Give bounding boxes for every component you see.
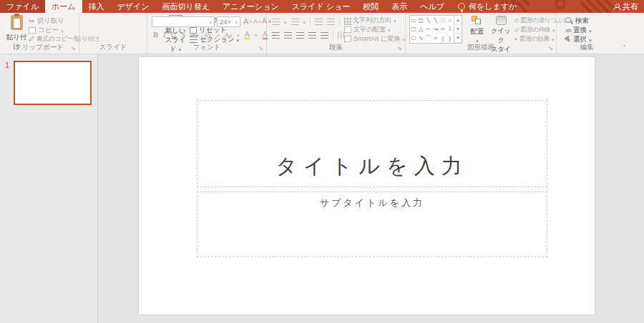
shapes-scroll-down[interactable]: ▼ bbox=[454, 25, 462, 34]
tab-animations[interactable]: アニメーション bbox=[216, 0, 286, 13]
replace-label: 置換 bbox=[573, 26, 587, 35]
shape-outline-caret bbox=[552, 26, 555, 34]
shape-down-arrow[interactable]: ⇩ bbox=[447, 25, 454, 34]
title-placeholder[interactable]: タイトルを入力 bbox=[197, 100, 547, 187]
ribbon: 貼り付け ✂ 切り取り コピー 🖉 書式のコピー/貼り付け クリップボード bbox=[0, 13, 644, 54]
character-spacing-caret bbox=[217, 31, 220, 39]
shape-left-brace[interactable]: { bbox=[439, 34, 447, 43]
font-name-combo[interactable] bbox=[152, 16, 215, 27]
clipboard-group-label: クリップボード bbox=[0, 43, 79, 52]
shape-outline-button[interactable]: ▱ 図形の枠線 bbox=[514, 26, 555, 34]
align-right-icon[interactable] bbox=[296, 32, 304, 39]
justify-icon[interactable] bbox=[308, 32, 316, 39]
tab-review[interactable]: 校閲 bbox=[356, 0, 385, 13]
decrease-indent-icon[interactable] bbox=[315, 19, 323, 25]
drawing-dialog-launcher[interactable] bbox=[548, 46, 555, 52]
numbering-icon[interactable] bbox=[291, 19, 299, 25]
tab-help[interactable]: ヘルプ bbox=[414, 0, 451, 13]
font-size-combo[interactable]: 24+ bbox=[217, 16, 240, 27]
slide-number: 1 bbox=[5, 61, 9, 69]
font-size-caret bbox=[235, 18, 238, 26]
shape-arrow-line[interactable]: ╲ bbox=[432, 16, 439, 25]
shape-curved-connector[interactable]: ↝ bbox=[432, 25, 439, 34]
tab-design[interactable]: デザイン bbox=[111, 0, 156, 13]
shapes-more-button[interactable]: ▼ bbox=[454, 34, 462, 43]
paste-button[interactable]: 貼り付け bbox=[4, 15, 29, 45]
cut-button[interactable]: ✂ 切り取り bbox=[29, 16, 64, 26]
copy-dropdown-caret[interactable] bbox=[61, 26, 64, 34]
ribbon-tab-bar: ファイル ホーム 挿入 デザイン 画面切り替え アニメーション スライド ショー… bbox=[0, 0, 524, 13]
bold-button[interactable]: B bbox=[153, 31, 158, 39]
shape-right-arrow[interactable]: ⇨ bbox=[439, 25, 447, 34]
collapse-ribbon-icon[interactable]: ⌃ bbox=[622, 44, 627, 51]
shapes-gallery[interactable]: ▭ ◫ ╲ ╲ □ ○ ▢ △ ⌐ ↝ ⇨ ⇩ ⬠ ∿ ⌒ ≈ { bbox=[409, 15, 462, 44]
font-format-row: B I U S abc AV Aa A A bbox=[153, 30, 275, 39]
share-button[interactable]: 共有 bbox=[613, 0, 638, 13]
text-direction-button[interactable]: 文字列の方向 bbox=[344, 16, 396, 25]
shape-right-brace[interactable]: } bbox=[447, 34, 454, 43]
copy-button[interactable]: コピー bbox=[29, 26, 63, 35]
align-text-button[interactable]: 文字の配置 bbox=[344, 25, 391, 34]
clipboard-dialog-launcher[interactable] bbox=[71, 46, 77, 52]
tell-me-search[interactable]: 何をしますか bbox=[451, 0, 524, 13]
shape-textbox[interactable]: ▭ bbox=[410, 16, 417, 25]
paragraph-dialog-launcher[interactable] bbox=[397, 46, 404, 52]
strikethrough-button[interactable]: abc bbox=[190, 31, 199, 39]
increase-indent-icon[interactable] bbox=[327, 19, 335, 25]
shapes-scroll-up[interactable]: ▲ bbox=[454, 16, 462, 25]
bullets-caret[interactable] bbox=[284, 18, 287, 26]
tab-slideshow[interactable]: スライド ショー bbox=[286, 0, 357, 13]
character-spacing-button[interactable]: AV bbox=[204, 31, 212, 39]
bullets-icon[interactable] bbox=[272, 19, 280, 25]
tab-transitions[interactable]: 画面切り替え bbox=[156, 0, 217, 13]
highlight-color-button[interactable]: A bbox=[244, 30, 250, 39]
slide-editing-area[interactable]: タイトルを入力 サブタイトルを入力 bbox=[139, 57, 595, 314]
italic-button[interactable]: I bbox=[163, 31, 166, 39]
shape-rectangle[interactable]: □ bbox=[439, 16, 447, 25]
shape-triangle[interactable]: △ bbox=[417, 25, 424, 34]
shape-elbow-connector[interactable]: ⌐ bbox=[424, 25, 431, 34]
font-dialog-launcher[interactable] bbox=[258, 46, 265, 52]
share-label: 共有 bbox=[623, 1, 638, 12]
find-button[interactable]: 検索 bbox=[565, 16, 589, 26]
shape-arc[interactable]: ⌒ bbox=[424, 34, 431, 43]
tab-home[interactable]: ホーム bbox=[45, 0, 82, 13]
slide-thumbnail-1[interactable] bbox=[14, 61, 92, 105]
tab-insert[interactable]: 挿入 bbox=[82, 0, 111, 13]
shape-scribble[interactable]: ∿ bbox=[417, 34, 424, 43]
highlight-caret bbox=[255, 31, 258, 39]
tab-view[interactable]: 表示 bbox=[385, 0, 414, 13]
titlebar-decoration-ring bbox=[555, 0, 566, 9]
paragraph-row2 bbox=[272, 31, 351, 39]
shrink-font-button[interactable]: A˅ bbox=[253, 18, 261, 25]
align-text-caret bbox=[388, 26, 391, 34]
slide-thumbnail-panel[interactable]: 1 bbox=[0, 54, 98, 323]
shape-rounded-rectangle[interactable]: ▢ bbox=[410, 25, 417, 34]
grow-font-button[interactable]: A˄ bbox=[243, 17, 252, 26]
distribute-icon[interactable] bbox=[321, 32, 328, 39]
titlebar: ファイル ホーム 挿入 デザイン 画面切り替え アニメーション スライド ショー… bbox=[0, 0, 644, 13]
tab-file[interactable]: ファイル bbox=[0, 0, 45, 13]
lightbulb-icon bbox=[458, 3, 465, 10]
columns-icon[interactable] bbox=[338, 31, 344, 39]
numbering-caret[interactable] bbox=[303, 18, 306, 26]
align-text-icon bbox=[344, 26, 351, 33]
shape-oval[interactable]: ○ bbox=[447, 16, 454, 25]
underline-button[interactable]: U bbox=[171, 31, 177, 39]
change-case-button[interactable]: Aa bbox=[224, 31, 232, 39]
align-left-icon[interactable] bbox=[272, 32, 280, 39]
align-center-icon[interactable] bbox=[284, 32, 292, 39]
quick-styles-icon bbox=[496, 16, 507, 25]
group-font: 24+ A˄ A˅ A B I U S abc AV Aa A A bbox=[147, 13, 267, 54]
shape-freeform[interactable]: ⬠ bbox=[410, 34, 417, 43]
text-shadow-button[interactable]: S bbox=[181, 31, 185, 39]
cut-label: 切り取り bbox=[36, 16, 64, 26]
align-text-label: 文字の配置 bbox=[353, 25, 386, 34]
replace-button[interactable]: ab 置換 bbox=[565, 26, 591, 35]
shape-curve[interactable]: ≈ bbox=[432, 34, 439, 43]
font-size-value: 24+ bbox=[220, 18, 231, 26]
arrange-button[interactable]: 配置 bbox=[467, 16, 487, 44]
shape-line[interactable]: ╲ bbox=[424, 16, 431, 25]
subtitle-placeholder[interactable]: サブタイトルを入力 bbox=[197, 192, 547, 257]
shape-vertical-textbox[interactable]: ◫ bbox=[417, 16, 424, 25]
